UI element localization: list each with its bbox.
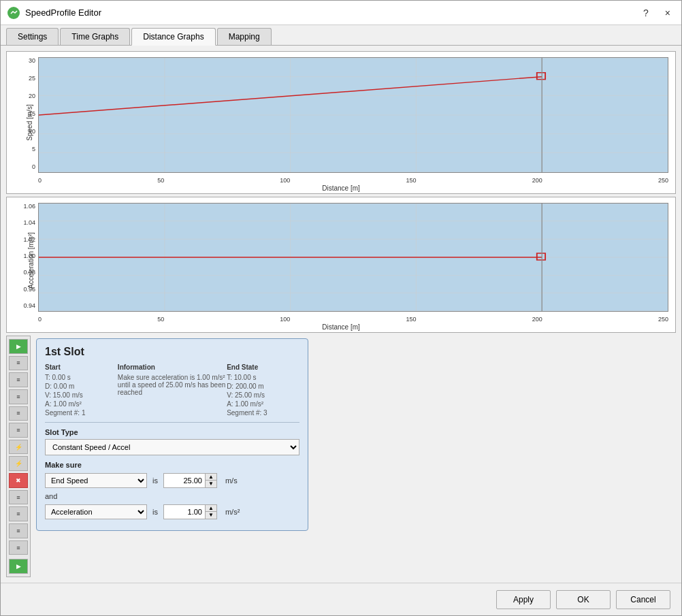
speed-y-ticks: 30 25 20 15 10 5 0 xyxy=(14,57,35,170)
bottom-row: ▶ ≡ ≡ ≡ ≡ ≡ ⚡ ⚡ ✖ ≡ ≡ ≡ ≡ ▶ 1st Slot xyxy=(6,336,676,577)
sidebar-wave1-btn[interactable]: ⚡ xyxy=(9,440,28,455)
slot-end-a: A: 1.00 m/s² xyxy=(227,400,299,408)
sidebar-list8-btn[interactable]: ≡ xyxy=(9,523,28,538)
slot-end-v: V: 25.00 m/s xyxy=(227,391,299,399)
cancel-button[interactable]: Cancel xyxy=(616,590,670,609)
accel-chart-svg xyxy=(39,204,668,311)
accel-x-label: Distance [m] xyxy=(322,323,360,331)
tab-mapping[interactable]: Mapping xyxy=(217,28,272,45)
help-button[interactable]: ? xyxy=(639,6,653,20)
speed-chart: Speed [m/s] 30 25 20 15 10 5 0 xyxy=(6,51,676,194)
condition2-is: is xyxy=(152,508,158,516)
speed-end-marker xyxy=(537,73,545,80)
accel-end-marker xyxy=(537,253,545,260)
sidebar-wave2-btn[interactable]: ⚡ xyxy=(9,456,28,471)
apply-button[interactable]: Apply xyxy=(496,590,551,609)
sidebar-list4-btn[interactable]: ≡ xyxy=(9,406,28,421)
condition1-select[interactable]: End Speed xyxy=(45,473,147,488)
sidebar-go-btn[interactable]: ▶ xyxy=(9,559,28,574)
condition2-row: Acceleration is ▲ ▼ m/s² xyxy=(45,504,299,519)
and-label: and xyxy=(45,492,299,500)
sidebar-play-btn[interactable]: ▶ xyxy=(9,339,28,354)
slot-start-header: Start xyxy=(45,363,118,371)
footer: Apply OK Cancel xyxy=(1,583,681,615)
sidebar-delete-btn[interactable]: ✖ xyxy=(9,473,28,488)
content-area: Speed [m/s] 30 25 20 15 10 5 0 xyxy=(1,46,681,583)
slot-start-d: D: 0.00 m xyxy=(45,383,118,390)
speed-x-ticks: 0 50 100 150 200 250 xyxy=(38,177,668,184)
condition2-spin-up[interactable]: ▲ xyxy=(206,505,216,512)
slot-info-col: Information Make sure acceleration is 1.… xyxy=(118,363,227,417)
slot-start-t: T: 0.00 s xyxy=(45,374,118,381)
make-sure-label: Make sure xyxy=(45,461,299,469)
accel-chart: Acceleration [m/s²] 1.06 1.04 1.02 1.00 … xyxy=(6,197,676,333)
slot-start-a: A: 1.00 m/s² xyxy=(45,400,118,408)
condition1-row: End Speed is ▲ ▼ m/s xyxy=(45,473,299,488)
sidebar-list6-btn[interactable]: ≡ xyxy=(9,490,28,505)
condition1-value-input[interactable] xyxy=(164,475,205,486)
slot-start-col: Start T: 0.00 s D: 0.00 m V: 15.00 m/s A… xyxy=(45,363,118,417)
sidebar-list3-btn[interactable]: ≡ xyxy=(9,389,28,404)
sidebar-list2-btn[interactable]: ≡ xyxy=(9,372,28,387)
ok-button[interactable]: OK xyxy=(556,590,611,609)
slot-panel: 1st Slot Start T: 0.00 s D: 0.00 m V: 15… xyxy=(33,336,676,577)
accel-y-ticks: 1.06 1.04 1.02 1.00 0.98 0.96 0.94 xyxy=(11,203,35,309)
slot-info-row: Start T: 0.00 s D: 0.00 m V: 15.00 m/s A… xyxy=(45,363,299,423)
speed-chart-area xyxy=(38,57,668,173)
condition2-spinners: ▲ ▼ xyxy=(205,505,216,519)
slot-card: 1st Slot Start T: 0.00 s D: 0.00 m V: 15… xyxy=(36,338,308,531)
slot-end-seg: Segment #: 3 xyxy=(227,409,299,417)
title-bar-controls: ? × xyxy=(639,6,675,20)
condition1-spinners: ▲ ▼ xyxy=(205,474,216,487)
slot-start-seg: Segment #: 1 xyxy=(45,409,118,417)
tab-settings[interactable]: Settings xyxy=(6,28,59,45)
slot-end-header: End State xyxy=(227,363,299,371)
tab-bar: Settings Time Graphs Distance Graphs Map… xyxy=(1,25,681,46)
condition1-spin-up[interactable]: ▲ xyxy=(206,474,216,481)
window-title: SpeedProfile Editor xyxy=(25,7,101,18)
app-icon xyxy=(7,7,20,19)
sidebar-list7-btn[interactable]: ≡ xyxy=(9,506,28,521)
condition2-select[interactable]: Acceleration xyxy=(45,504,147,519)
slot-info-text: Make sure acceleration is 1.00 m/s² unti… xyxy=(118,374,227,396)
accel-x-ticks: 0 50 100 150 200 250 xyxy=(38,316,668,323)
sidebar-list1-btn[interactable]: ≡ xyxy=(9,356,28,371)
accel-chart-area xyxy=(38,203,668,312)
speed-chart-svg xyxy=(39,58,668,172)
condition1-is: is xyxy=(152,476,158,485)
slot-end-t: T: 10.00 s xyxy=(227,374,299,381)
condition2-spin-down[interactable]: ▼ xyxy=(206,512,216,519)
title-bar-left: SpeedProfile Editor xyxy=(7,7,101,19)
condition1-spin-down[interactable]: ▼ xyxy=(206,481,216,487)
title-bar: SpeedProfile Editor ? × xyxy=(1,1,681,25)
main-window: SpeedProfile Editor ? × Settings Time Gr… xyxy=(0,0,682,616)
svg-point-0 xyxy=(9,8,18,18)
condition2-input-wrap: ▲ ▼ xyxy=(163,504,217,519)
slot-start-v: V: 15.00 m/s xyxy=(45,391,118,399)
slot-end-col: End State T: 10.00 s D: 200.00 m V: 25.0… xyxy=(227,363,299,417)
condition1-input-wrap: ▲ ▼ xyxy=(163,473,217,488)
condition2-unit: m/s² xyxy=(225,508,240,516)
slot-info-header: Information xyxy=(118,363,227,371)
speed-x-label: Distance [m] xyxy=(322,184,360,192)
slot-title: 1st Slot xyxy=(45,346,299,358)
close-button[interactable]: × xyxy=(661,6,675,20)
sidebar-list9-btn[interactable]: ≡ xyxy=(9,540,28,555)
tab-distance-graphs[interactable]: Distance Graphs xyxy=(131,28,215,46)
slot-type-select[interactable]: Constant Speed / Accel xyxy=(45,439,299,455)
slot-end-d: D: 200.00 m xyxy=(227,383,299,390)
slot-type-label: Slot Type xyxy=(45,428,299,436)
condition2-value-input[interactable] xyxy=(164,506,205,517)
tab-time-graphs[interactable]: Time Graphs xyxy=(60,28,130,45)
sidebar: ▶ ≡ ≡ ≡ ≡ ≡ ⚡ ⚡ ✖ ≡ ≡ ≡ ≡ ▶ xyxy=(6,336,31,577)
sidebar-list5-btn[interactable]: ≡ xyxy=(9,423,28,438)
condition1-unit: m/s xyxy=(225,476,238,485)
